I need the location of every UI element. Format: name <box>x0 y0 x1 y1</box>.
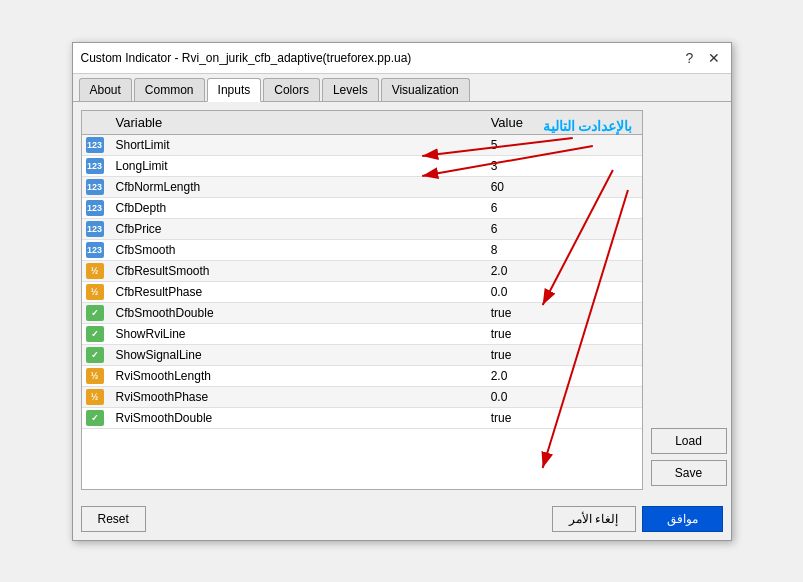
row-variable-name: ShowRviLine <box>108 323 483 344</box>
table-row[interactable]: 123CfbSmooth8 <box>82 239 642 260</box>
icon-header <box>82 111 108 135</box>
col-variable-header: Variable <box>108 111 483 135</box>
window-controls: ? ✕ <box>681 49 723 67</box>
row-variable-name: CfbSmoothDouble <box>108 302 483 323</box>
footer-right-buttons: إلغاء الأمر موافق <box>552 506 722 532</box>
row-variable-name: CfbSmooth <box>108 239 483 260</box>
row-icon: ½ <box>82 281 108 302</box>
row-variable-name: RviSmoothLength <box>108 365 483 386</box>
table-row[interactable]: ✓RviSmoothDoubletrue <box>82 407 642 428</box>
table-row[interactable]: ½CfbResultPhase0.0 <box>82 281 642 302</box>
table-row[interactable]: ½CfbResultSmooth2.0 <box>82 260 642 281</box>
row-variable-name: CfbResultSmooth <box>108 260 483 281</box>
row-variable-name: RviSmoothPhase <box>108 386 483 407</box>
table-row[interactable]: ✓ShowSignalLinetrue <box>82 344 642 365</box>
table-row[interactable]: ½RviSmoothLength2.0 <box>82 365 642 386</box>
row-variable-name: CfbPrice <box>108 218 483 239</box>
variables-table: Variable Value 123ShortLimit5123LongLimi… <box>82 111 642 429</box>
tab-bar: About Common Inputs Colors Levels Visual… <box>73 74 731 102</box>
tab-colors[interactable]: Colors <box>263 78 320 101</box>
row-variable-value[interactable]: 6 <box>483 197 642 218</box>
row-variable-value[interactable]: 3 <box>483 155 642 176</box>
table-row[interactable]: 123CfbNormLength60 <box>82 176 642 197</box>
row-variable-value[interactable]: 0.0 <box>483 281 642 302</box>
table-row[interactable]: ✓CfbSmoothDoubletrue <box>82 302 642 323</box>
row-icon: 123 <box>82 155 108 176</box>
title-bar: Custom Indicator - Rvi_on_jurik_cfb_adap… <box>73 43 731 74</box>
row-variable-value[interactable]: 8 <box>483 239 642 260</box>
save-button[interactable]: Save <box>651 460 727 486</box>
row-variable-name: ShortLimit <box>108 134 483 155</box>
row-variable-value[interactable]: true <box>483 302 642 323</box>
table-row[interactable]: 123CfbPrice6 <box>82 218 642 239</box>
row-icon: 123 <box>82 218 108 239</box>
annotation-area: بالإعدادت التالية <box>81 110 643 490</box>
row-icon: ½ <box>82 386 108 407</box>
row-icon: 123 <box>82 176 108 197</box>
row-variable-value[interactable]: 2.0 <box>483 260 642 281</box>
close-button[interactable]: ✕ <box>705 49 723 67</box>
row-icon: ✓ <box>82 302 108 323</box>
content-area: بالإعدادت التالية <box>73 102 731 498</box>
row-variable-value[interactable]: true <box>483 323 642 344</box>
variables-table-container: Variable Value 123ShortLimit5123LongLimi… <box>81 110 643 490</box>
tab-common[interactable]: Common <box>134 78 205 101</box>
row-icon: 123 <box>82 239 108 260</box>
row-variable-name: CfbNormLength <box>108 176 483 197</box>
row-icon: 123 <box>82 197 108 218</box>
window-title: Custom Indicator - Rvi_on_jurik_cfb_adap… <box>81 51 412 65</box>
cancel-button[interactable]: إلغاء الأمر <box>552 506 635 532</box>
row-variable-name: CfbDepth <box>108 197 483 218</box>
table-row[interactable]: 123LongLimit3 <box>82 155 642 176</box>
tab-visualization[interactable]: Visualization <box>381 78 470 101</box>
row-variable-name: CfbResultPhase <box>108 281 483 302</box>
row-variable-value[interactable]: 5 <box>483 134 642 155</box>
footer: Reset إلغاء الأمر موافق <box>73 498 731 540</box>
row-variable-value[interactable]: true <box>483 344 642 365</box>
table-body: 123ShortLimit5123LongLimit3123CfbNormLen… <box>82 134 642 428</box>
table-row[interactable]: ½RviSmoothPhase0.0 <box>82 386 642 407</box>
tab-inputs[interactable]: Inputs <box>207 78 262 102</box>
ok-button[interactable]: موافق <box>642 506 723 532</box>
row-icon: ½ <box>82 260 108 281</box>
reset-button[interactable]: Reset <box>81 506 146 532</box>
row-variable-name: ShowSignalLine <box>108 344 483 365</box>
row-variable-name: LongLimit <box>108 155 483 176</box>
tab-levels[interactable]: Levels <box>322 78 379 101</box>
row-variable-value[interactable]: 2.0 <box>483 365 642 386</box>
tab-about[interactable]: About <box>79 78 132 101</box>
table-row[interactable]: ✓ShowRviLinetrue <box>82 323 642 344</box>
row-variable-value[interactable]: true <box>483 407 642 428</box>
table-row[interactable]: 123ShortLimit5 <box>82 134 642 155</box>
main-window: Custom Indicator - Rvi_on_jurik_cfb_adap… <box>72 42 732 541</box>
row-variable-value[interactable]: 60 <box>483 176 642 197</box>
help-button[interactable]: ? <box>681 49 699 67</box>
row-icon: 123 <box>82 134 108 155</box>
load-button[interactable]: Load <box>651 428 727 454</box>
side-buttons: Load Save <box>643 110 723 490</box>
row-icon: ✓ <box>82 407 108 428</box>
row-icon: ✓ <box>82 344 108 365</box>
row-icon: ½ <box>82 365 108 386</box>
table-row[interactable]: 123CfbDepth6 <box>82 197 642 218</box>
row-variable-value[interactable]: 0.0 <box>483 386 642 407</box>
table-wrapper: بالإعدادت التالية <box>81 110 643 490</box>
row-variable-value[interactable]: 6 <box>483 218 642 239</box>
row-variable-name: RviSmoothDouble <box>108 407 483 428</box>
main-row: بالإعدادت التالية <box>81 110 723 490</box>
row-icon: ✓ <box>82 323 108 344</box>
arabic-annotation: بالإعدادت التالية <box>543 118 633 134</box>
